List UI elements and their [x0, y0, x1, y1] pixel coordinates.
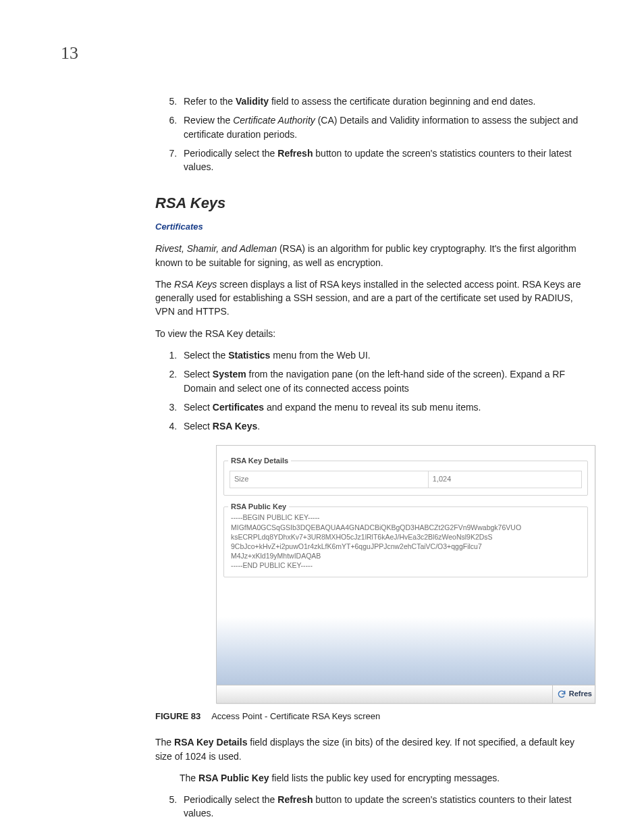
list-item: Select the Statistics menu from the Web … — [180, 348, 591, 362]
group-legend: RSA Key Details — [228, 456, 291, 467]
list-item: Select RSA Keys. — [180, 419, 591, 433]
paragraph-view: To view the RSA Key details: — [155, 327, 591, 340]
text: screen displays a list of RSA keys insta… — [155, 279, 581, 317]
emphasis-bold: Certificates — [213, 402, 264, 413]
group-rsa-public-key: RSA Public Key -----BEGIN PUBLIC KEY----… — [223, 506, 588, 577]
list-item: Select System from the navigation pane (… — [180, 367, 591, 395]
rsa-keys-term: RSA Keys — [174, 279, 217, 290]
emphasis-italic: Certificate Authority — [233, 115, 315, 126]
text: field lists the public key used for encr… — [269, 773, 500, 783]
text: Periodically select the — [184, 148, 277, 159]
size-label: Size — [230, 471, 429, 488]
text: The — [180, 773, 198, 783]
rsa-public-key-term: RSA Public Key — [198, 773, 269, 783]
ordered-list-bottom: Periodically select the Refresh button t… — [155, 793, 591, 820]
text: Select — [184, 369, 213, 380]
key-line: MIGfMA0GCSqGSIb3DQEBAQUAA4GNADCBiQKBgQD3… — [231, 523, 581, 532]
footer-bar: Refres — [217, 685, 595, 703]
group-legend: RSA Public Key — [228, 502, 289, 513]
text: Select the — [184, 350, 228, 361]
refresh-label: Refres — [569, 689, 592, 700]
figure-caption: FIGURE 83Access Point - Certificate RSA … — [155, 710, 591, 723]
refresh-icon — [557, 689, 566, 699]
text: Review the — [184, 115, 233, 126]
paragraph-screen: The RSA Keys screen displays a list of R… — [155, 278, 591, 319]
ordered-list-top: Refer to the Validity field to assess th… — [155, 95, 591, 174]
key-line: -----END PUBLIC KEY----- — [231, 561, 581, 570]
key-line: -----BEGIN PUBLIC KEY----- — [231, 513, 581, 522]
key-line: 9CbJco+kHvZ+i2puwO1r4zkLfK6mYT+6qguJPPJc… — [231, 542, 581, 551]
text: Refer to the — [184, 96, 236, 107]
emphasis-bold: RSA Keys — [213, 421, 257, 432]
rsa-full-name: Rivest, Shamir, and Adleman — [155, 243, 277, 254]
list-item: Select Certificates and expand the menu … — [180, 400, 591, 414]
screenshot-inner: RSA Key Details Size 1,024 RSA Public Ke… — [217, 446, 595, 577]
gradient-area — [217, 580, 595, 685]
text: Select — [184, 402, 213, 413]
text: field to assess the certificate duration… — [269, 96, 535, 107]
emphasis-bold: Refresh — [277, 794, 313, 805]
paragraph-intro: Rivest, Shamir, and Adleman (RSA) is an … — [155, 242, 591, 269]
rsa-key-details-term: RSA Key Details — [174, 737, 247, 748]
screenshot-panel: RSA Key Details Size 1,024 RSA Public Ke… — [216, 445, 595, 704]
breadcrumb[interactable]: Certificates — [155, 221, 591, 234]
emphasis-bold: Statistics — [228, 350, 270, 361]
text: Select — [184, 421, 213, 432]
paragraph-pubkey: The RSA Public Key field lists the publi… — [180, 771, 591, 785]
key-line: M4Jz+xKld19yMhtwIDAQAB — [231, 551, 581, 561]
ordered-list-steps: Select the Statistics menu from the Web … — [155, 348, 591, 433]
emphasis-bold: System — [213, 369, 246, 380]
figure-label: FIGURE 83 — [155, 711, 200, 721]
paragraph-details: The RSA Key Details field displays the s… — [155, 735, 591, 763]
text: Periodically select the — [184, 794, 277, 805]
figure-text: Access Point - Certificate RSA Keys scre… — [211, 711, 380, 721]
key-line: ksECRPLdq8YDhxKv7+3UR8MXHO5cJz1lRlT6kAeJ… — [231, 532, 581, 542]
text: . — [257, 421, 260, 432]
text: The — [155, 279, 174, 290]
page: 13 Refer to the Validity field to assess… — [0, 0, 644, 834]
list-item: Refer to the Validity field to assess th… — [180, 95, 591, 108]
section-heading: RSA Keys — [155, 192, 591, 214]
text: The — [155, 737, 174, 748]
list-item: Periodically select the Refresh button t… — [180, 793, 591, 820]
text: menu from the Web UI. — [270, 350, 370, 361]
public-key-text: -----BEGIN PUBLIC KEY-----MIGfMA0GCSqGSI… — [230, 513, 582, 571]
refresh-button[interactable]: Refres — [552, 685, 595, 703]
emphasis-bold: Refresh — [277, 148, 313, 159]
content-column: Refer to the Validity field to assess th… — [155, 95, 591, 820]
size-value: 1,024 — [429, 471, 581, 488]
list-item: Periodically select the Refresh button t… — [180, 147, 591, 174]
text: and expand the menu to reveal its sub me… — [264, 402, 481, 413]
group-rsa-key-details: RSA Key Details Size 1,024 — [223, 461, 588, 496]
page-number: 13 — [61, 41, 78, 66]
table-row: Size 1,024 — [230, 471, 582, 488]
list-item: Review the Certificate Authority (CA) De… — [180, 113, 591, 141]
emphasis-bold: Validity — [236, 96, 269, 107]
